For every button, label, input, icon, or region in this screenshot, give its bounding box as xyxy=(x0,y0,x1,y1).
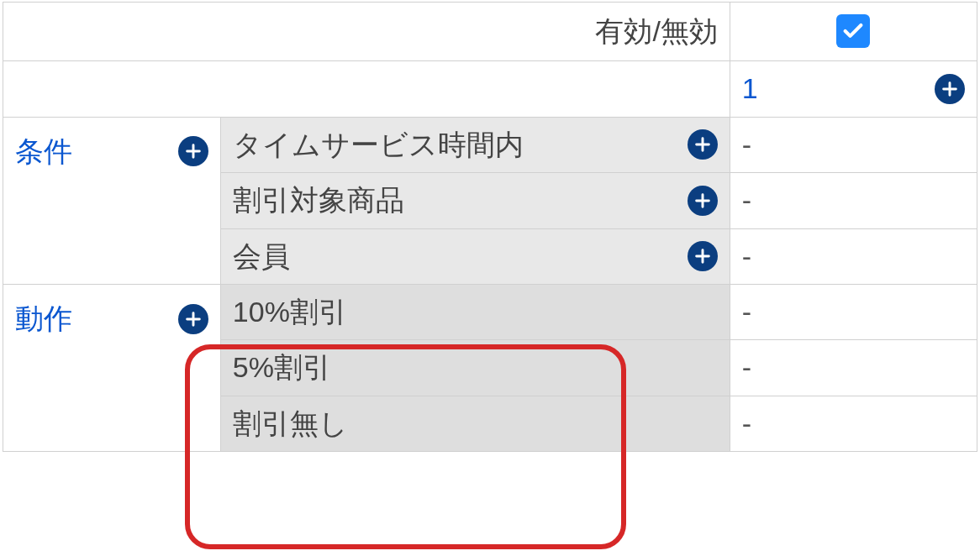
condition-value-0[interactable]: - xyxy=(730,117,977,172)
rule-number[interactable]: 1 xyxy=(742,73,758,104)
enabled-label-cell: 有効/無効 xyxy=(3,3,730,61)
action-item-2[interactable]: 割引無し xyxy=(220,396,730,451)
plus-icon xyxy=(693,191,712,210)
action-value-2[interactable]: - xyxy=(730,396,977,451)
add-condition-value-button[interactable] xyxy=(688,241,718,271)
rule-number-spacer xyxy=(3,61,730,117)
plus-icon xyxy=(693,247,712,265)
plus-icon xyxy=(693,135,712,154)
action-item-0[interactable]: 10%割引 xyxy=(220,284,730,339)
header-enabled-row: 有効/無効 xyxy=(3,3,977,61)
conditions-label[interactable]: 条件 xyxy=(15,136,72,167)
condition-item-1[interactable]: 割引対象商品 xyxy=(220,173,730,228)
condition-item-2[interactable]: 会員 xyxy=(220,228,730,284)
add-rule-button[interactable] xyxy=(935,74,965,104)
condition-value-1[interactable]: - xyxy=(730,173,977,228)
plus-icon xyxy=(184,142,203,160)
action-value-1[interactable]: - xyxy=(730,340,977,396)
condition-label: 割引対象商品 xyxy=(233,185,404,216)
action-label: 10%割引 xyxy=(233,296,347,328)
action-value-0[interactable]: - xyxy=(730,284,977,339)
action-label: 割引無し xyxy=(233,407,348,439)
actions-label[interactable]: 動作 xyxy=(15,303,72,334)
plus-icon xyxy=(940,80,959,98)
action-label: 5%割引 xyxy=(233,351,331,383)
add-condition-value-button[interactable] xyxy=(688,129,718,160)
rule-number-cell: 1 xyxy=(730,61,977,117)
condition-value-2[interactable]: - xyxy=(730,228,977,284)
table: 有効/無効 1 条件 xyxy=(3,2,977,452)
condition-label: 会員 xyxy=(233,241,290,272)
enabled-checkbox[interactable] xyxy=(836,14,870,48)
rule-number-row: 1 xyxy=(3,61,977,117)
enabled-label: 有効/無効 xyxy=(595,15,717,47)
add-action-button[interactable] xyxy=(178,304,208,334)
add-condition-button[interactable] xyxy=(178,136,208,166)
check-icon xyxy=(841,19,865,43)
enabled-checkbox-cell xyxy=(730,3,977,61)
conditions-category-cell: 条件 xyxy=(3,117,221,284)
condition-label: タイムサービス時間内 xyxy=(233,129,524,160)
action-item-1[interactable]: 5%割引 xyxy=(220,340,730,396)
actions-category-cell: 動作 xyxy=(3,284,221,451)
condition-row-0: 条件 タイムサービス時間内 - xyxy=(3,117,977,172)
add-condition-value-button[interactable] xyxy=(688,186,718,216)
decision-table: 有効/無効 1 条件 xyxy=(0,2,980,556)
plus-icon xyxy=(184,310,203,328)
condition-item-0[interactable]: タイムサービス時間内 xyxy=(220,117,730,172)
action-row-0: 動作 10%割引 - xyxy=(3,284,977,339)
